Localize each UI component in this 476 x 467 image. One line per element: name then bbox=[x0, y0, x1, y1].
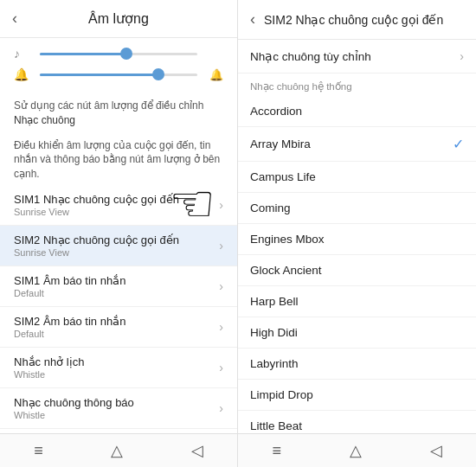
left-panel: ‹ Âm lượng ♪ 🔔 🔔 Sử dụng các nút âm lượn… bbox=[0, 0, 238, 467]
sim2-sms-label: SIM2 Âm báo tin nhắn bbox=[14, 315, 125, 328]
left-header: ‹ Âm lượng bbox=[0, 0, 237, 38]
right-header: ‹ SIM2 Nhạc chuông cuộc gọi đến bbox=[238, 0, 476, 40]
left-back-icon[interactable]: ‹ bbox=[12, 10, 17, 28]
right-nav-back[interactable]: ◁ bbox=[430, 441, 442, 460]
music-icon: ♪ bbox=[14, 47, 33, 61]
custom-ringtone-item[interactable]: Nhạc chuông tùy chỉnh › bbox=[238, 40, 476, 74]
calendar-sub: Whistle bbox=[14, 369, 84, 380]
desc-title: Sử dụng các nút âm lượng để điều chỉnh bbox=[14, 99, 223, 113]
sim1-sms-label: SIM1 Âm báo tin nhắn bbox=[14, 274, 125, 287]
sim1-ringtone-label: SIM1 Nhạc chuông cuộc gọi đến bbox=[14, 193, 179, 206]
notif-sub: Whistle bbox=[14, 410, 134, 420]
left-nav-menu[interactable]: ≡ bbox=[34, 442, 43, 460]
settings-list: Sử dụng các nút âm lượng để điều chỉnh N… bbox=[0, 92, 237, 433]
calendar-item[interactable]: Nhắc nhở lịch Whistle › bbox=[0, 348, 237, 388]
ringtone-harp-bell[interactable]: Harp Bell bbox=[238, 286, 476, 317]
sim2-sms-sub: Default bbox=[14, 329, 125, 339]
ringtone-limpid-drop-label: Limpid Drop bbox=[250, 388, 313, 401]
sim2-ringtone-item[interactable]: SIM2 Nhạc chuông cuộc gọi đến Sunrise Vi… bbox=[0, 226, 237, 266]
slider-row-ring: 🔔 🔔 bbox=[14, 67, 223, 81]
custom-ringtone-label: Nhạc chuông tùy chỉnh bbox=[250, 49, 371, 63]
ringtone-little-beat-label: Little Beat bbox=[250, 419, 302, 432]
slider-section: ♪ 🔔 🔔 bbox=[0, 38, 237, 92]
sim2-sms-item[interactable]: SIM2 Âm báo tin nhắn Default › bbox=[0, 307, 237, 348]
sim2-sms-chevron: › bbox=[219, 320, 223, 334]
left-title: Âm lượng bbox=[88, 10, 149, 27]
ringtone-glock-ancient-label: Glock Ancient bbox=[250, 264, 322, 277]
notif-item[interactable]: Nhạc chuông thông báo Whistle › bbox=[0, 388, 237, 429]
ringtone-accordion[interactable]: Accordion bbox=[238, 96, 476, 127]
ringtone-labyrinth[interactable]: Labyrinth bbox=[238, 349, 476, 380]
sim2-ringtone-chevron: › bbox=[219, 239, 223, 253]
custom-ringtone-chevron: › bbox=[460, 49, 464, 63]
ringtone-coming-label: Coming bbox=[250, 202, 291, 214]
ringtone-array-mbira[interactable]: Array Mbira ✓ bbox=[238, 127, 476, 162]
system-section-label: Nhạc chuông hệ thống bbox=[238, 74, 476, 96]
sim1-sms-item[interactable]: SIM1 Âm báo tin nhắn Default › bbox=[0, 266, 237, 307]
right-title: SIM2 Nhạc chuông cuộc gọi đến bbox=[264, 13, 464, 27]
desc2-group: Điều khiển âm lượng của cuộc gọi đến, ti… bbox=[0, 131, 237, 185]
ringtone-harp-bell-label: Harp Bell bbox=[250, 295, 299, 308]
notif-label: Nhạc chuông thông báo bbox=[14, 396, 134, 409]
music-slider[interactable] bbox=[40, 53, 197, 55]
ring-slider[interactable] bbox=[40, 74, 197, 76]
ringtone-accordion-label: Accordion bbox=[250, 105, 302, 118]
ring-icon: 🔔 bbox=[14, 67, 33, 81]
sim1-ringtone-chevron: › bbox=[219, 198, 223, 212]
ringtone-list: Nhạc chuông tùy chỉnh › Nhạc chuông hệ t… bbox=[238, 40, 476, 433]
notif-chevron: › bbox=[219, 401, 223, 415]
right-nav-menu[interactable]: ≡ bbox=[272, 442, 281, 460]
ringtone-little-beat[interactable]: Little Beat bbox=[238, 411, 476, 433]
calendar-label: Nhắc nhở lịch bbox=[14, 355, 84, 368]
sim2-ringtone-sub: Sunrise View bbox=[14, 247, 179, 258]
right-panel: ‹ SIM2 Nhạc chuông cuộc gọi đến Nhạc chu… bbox=[238, 0, 476, 467]
right-nav-bar: ≡ △ ◁ bbox=[238, 433, 476, 467]
sim1-ringtone-sub: Sunrise View bbox=[14, 207, 179, 217]
left-nav-back[interactable]: ◁ bbox=[191, 441, 203, 460]
slider-row-music: ♪ bbox=[14, 47, 223, 61]
right-nav-home[interactable]: △ bbox=[350, 441, 362, 460]
ringtone-engines-mbox-label: Engines Mbox bbox=[250, 233, 325, 246]
sim1-sms-chevron: › bbox=[219, 279, 223, 293]
ringtone-glock-ancient[interactable]: Glock Ancient bbox=[238, 255, 476, 286]
ring-right-icon: 🔔 bbox=[204, 68, 223, 81]
ringtone-limpid-drop[interactable]: Limpid Drop bbox=[238, 380, 476, 411]
ringtone-array-mbira-label: Array Mbira bbox=[250, 138, 311, 150]
right-back-icon[interactable]: ‹ bbox=[250, 10, 255, 29]
desc2-text: Điều khiển âm lượng của cuộc gọi đến, ti… bbox=[14, 138, 223, 182]
ringtone-campus-life-label: Campus Life bbox=[250, 170, 316, 183]
ringtone-engines-mbox[interactable]: Engines Mbox bbox=[238, 224, 476, 255]
ringtone-coming[interactable]: Coming bbox=[238, 193, 476, 224]
sim2-ringtone-label: SIM2 Nhạc chuông cuộc gọi đến bbox=[14, 234, 179, 246]
ringtone-labyrinth-label: Labyrinth bbox=[250, 357, 299, 370]
sim1-sms-sub: Default bbox=[14, 288, 125, 298]
left-nav-home[interactable]: △ bbox=[111, 441, 123, 460]
ringtone-high-didi[interactable]: High Didi bbox=[238, 317, 476, 349]
sim1-ringtone-item[interactable]: SIM1 Nhạc chuông cuộc gọi đến Sunrise Vi… bbox=[0, 185, 237, 226]
ringtone-campus-life[interactable]: Campus Life bbox=[238, 162, 476, 193]
desc-group: Sử dụng các nút âm lượng để điều chỉnh N… bbox=[0, 92, 237, 131]
ringtone-high-didi-label: High Didi bbox=[250, 326, 298, 339]
ringtone-check-icon: ✓ bbox=[453, 136, 464, 152]
desc-sub: Nhạc chuông bbox=[14, 113, 223, 128]
left-nav-bar: ≡ △ ◁ bbox=[0, 433, 237, 467]
calendar-chevron: › bbox=[219, 361, 223, 374]
